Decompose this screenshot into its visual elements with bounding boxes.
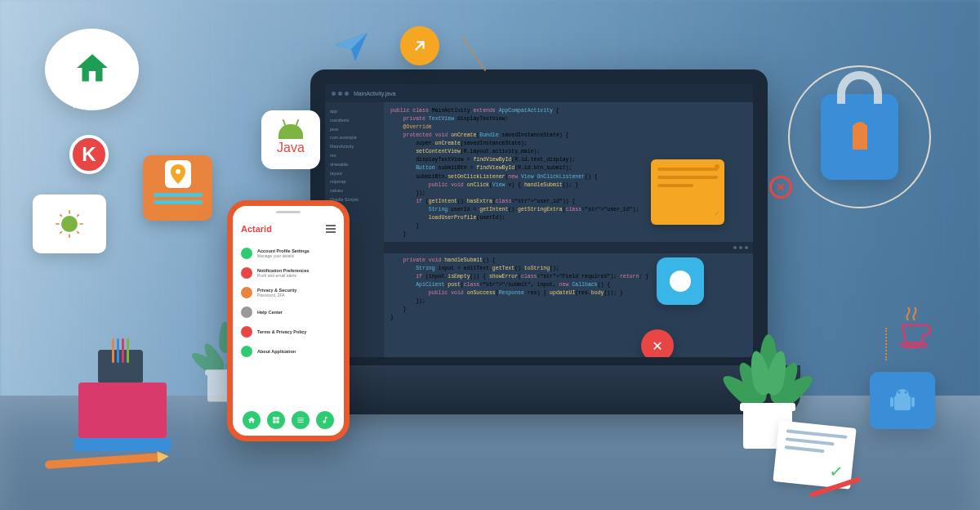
book-stack [74,374,172,451]
svg-line-7 [60,231,62,234]
ide-tree-item: layout [328,169,381,178]
svg-line-6 [77,231,79,234]
phone-notch [233,206,344,217]
k-letter-badge-icon: K [69,135,109,174]
phone-bottom-nav [233,411,344,429]
chat-home-icon [45,29,139,110]
phone-list-item: Privacy & SecurityPassword, 2FA [239,283,337,302]
svg-rect-10 [894,396,911,410]
nav-home-icon [243,411,261,429]
phone-list-item: Notification PreferencesPush and email a… [239,263,337,283]
ide-code-editor: public class MainActivity extends AppCom… [384,102,753,357]
ide-tree-item: MainActivity [328,142,381,151]
code-line: } [390,306,746,314]
ide-tree-item: com.example [328,133,381,142]
list-item-label: Notification PreferencesPush and email a… [257,268,336,279]
arrow-up-right-icon [400,26,439,65]
phone-list-item: Terms & Privacy Policy [239,322,337,342]
svg-rect-14 [911,397,915,407]
code-line: super.onCreate(savedInstanceState); [390,140,746,148]
laptop-keyboard-base [278,365,800,414]
svg-rect-13 [890,397,893,407]
java-android-badge-icon: Java [261,110,320,169]
phone-list-item: About Application [239,342,337,361]
security-lock-icon [788,65,931,208]
svg-point-0 [61,216,78,232]
ide-tree-item: app [328,107,381,116]
phone-settings-list: Account Profile SettingsManage your deta… [233,240,344,365]
list-item-label: Privacy & SecurityPassword, 2FA [257,288,336,298]
list-item-label: About Application [257,349,336,355]
pen-holder [98,350,143,382]
phone-app-header: Actarid [233,217,344,240]
code-line: @Override [390,123,746,132]
ide-tree-item: drawable [328,160,381,169]
ide-tree-item: res [328,151,381,160]
code-line: private TextView displayTextView; [390,115,746,123]
laptop-bezel: MainActivity.java appmanifestsjavacom.ex… [310,69,768,372]
svg-line-5 [60,214,62,217]
ide-window: MainActivity.java appmanifestsjavacom.ex… [325,84,753,357]
ide-tree-item: mipmap [328,177,381,186]
android-bot-card-icon [870,372,935,429]
error-close-icon: ✕ [641,329,674,357]
svg-line-8 [77,214,79,217]
list-item-icon [241,287,252,298]
ide-tree-item: manifests [328,116,381,125]
code-line: protected void onCreate(Bundle savedInst… [390,132,746,140]
nav-grid-icon [267,411,285,429]
checklist-paper: ✓ [773,420,856,490]
dotted-connector-line [885,328,887,360]
java-coffee-cup-icon [890,302,939,351]
location-pin-card-icon [143,155,212,221]
code-line: } [390,314,746,322]
list-item-label: Help Center [257,310,336,315]
code-line: setContentView(R.layout.activity_main); [390,148,746,156]
small-x-icon: ✕ [769,176,792,199]
list-item-icon [241,306,252,318]
list-item-icon [241,346,252,357]
hamburger-menu-icon [326,225,336,233]
nav-music-icon [316,411,334,429]
ide-panel-divider [384,242,753,253]
list-item-icon [241,248,252,259]
code-line: } [390,230,746,239]
code-line: public class MainActivity extends AppCom… [390,107,746,115]
list-item-icon [241,267,252,279]
list-item-label: Terms & Privacy Policy [257,329,336,335]
phone-list-item: Help Center [239,302,337,322]
app-tile-icon [657,257,704,305]
ide-file-title: MainActivity.java [354,91,396,96]
smartphone-mockup: Actarid Account Profile SettingsManage y… [227,200,350,441]
list-item-icon [241,326,252,338]
paper-plane-icon [331,25,376,69]
svg-point-11 [898,391,901,394]
phone-list-item: Account Profile SettingsManage your deta… [239,244,337,263]
ide-tree-item: values [328,186,381,195]
phone-app-title: Actarid [241,224,272,234]
sticky-note: ✓ [651,159,724,225]
laptop: MainActivity.java appmanifestsjavacom.ex… [310,69,768,429]
ide-title-bar: MainActivity.java [325,84,753,102]
lightbulb-idea-icon [33,195,106,253]
svg-point-12 [905,391,907,394]
ide-tree-item: java [328,125,381,134]
nav-list-icon [292,411,310,429]
list-item-label: Account Profile SettingsManage your deta… [257,248,336,259]
